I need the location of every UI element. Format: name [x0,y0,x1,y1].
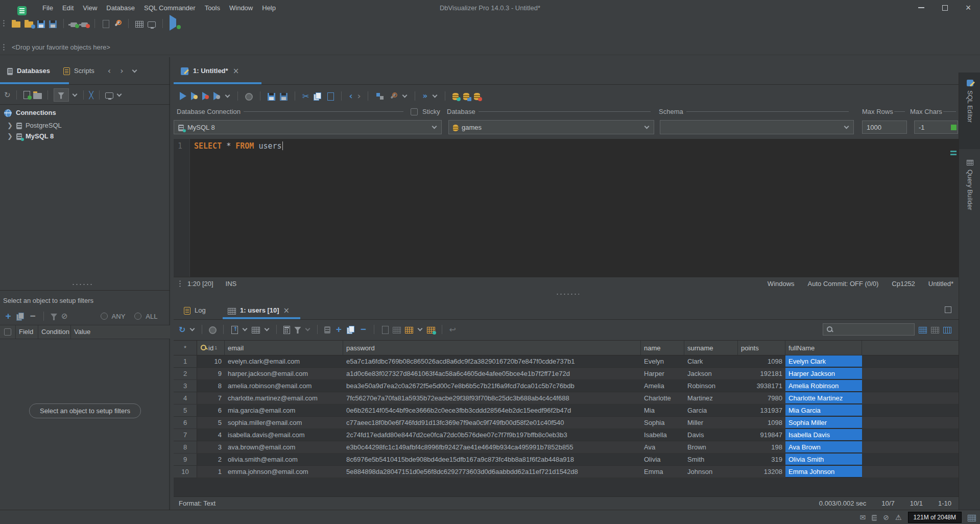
cell-rownum[interactable]: 10 [174,466,197,478]
cell-surname[interactable]: Martinez [684,392,738,404]
paste-icon[interactable] [327,92,334,101]
editor-settings-icon[interactable] [389,92,397,100]
cell-email[interactable]: sophia.miller@email.com [225,417,343,428]
menu-item[interactable]: Edit [58,2,78,14]
cell-password[interactable]: e3b0c44298fc1c149afbf4c8996fb92427ae41e4… [343,441,641,453]
cell-points[interactable]: 919847 [738,429,785,441]
cell-password[interactable]: 7fc56270e7a70fa81a5935b72eacbe29f38f93f7… [343,392,641,404]
cell-rownum[interactable]: 3 [174,380,197,392]
expand-chevron-icon[interactable]: ❯ [7,122,13,129]
header-rownum[interactable]: * [174,341,197,355]
menu-item[interactable]: Database [102,2,139,14]
cell-surname[interactable]: Clark [684,355,738,367]
cell-surname[interactable]: Garcia [684,404,738,416]
cell-email[interactable]: amelia.robinson@email.com [225,380,343,392]
table-row[interactable]: 2 9 harper.jackson@email.com a1d0c6e83f0… [174,368,959,380]
cell-fullname[interactable]: Emma Johnson [785,466,862,478]
cell-points[interactable]: 13208 [738,466,785,478]
cell-email[interactable]: ava.brown@email.com [225,441,343,453]
filter-enable-checkbox[interactable] [4,328,11,336]
tab-scroll-left-icon[interactable]: ‹ [108,66,111,76]
header-points[interactable]: points [738,341,785,355]
cell-email[interactable]: isabella.davis@email.com [225,429,343,441]
cell-id[interactable]: 2 [197,454,225,465]
export-chevron-icon[interactable] [243,326,248,331]
tree-item-mysql[interactable]: ❯ MySQL 8 [0,131,170,141]
cell-id[interactable]: 6 [197,404,225,416]
cell-password[interactable]: bea3e50a9d7ea2c0a2672f5e5d00c7e8b6b5c7b2… [343,380,641,392]
save-as-icon[interactable] [49,20,57,28]
rollback-icon[interactable] [474,93,480,100]
cell-rownum[interactable]: 6 [174,417,197,428]
filter-options-chevron-icon[interactable] [72,91,77,97]
status-item[interactable]: Cp1252 [892,280,915,288]
cell-id[interactable]: 10 [197,355,225,367]
cell-rownum[interactable]: 2 [174,368,197,379]
cell-points[interactable]: 1098 [738,355,785,367]
grid-search-input[interactable] [836,326,908,334]
cell-name[interactable]: Ava [641,441,684,453]
continue-execution-icon[interactable]: » [422,91,427,101]
cell-email[interactable]: harper.jackson@email.com [225,368,343,379]
add-favorite-icon[interactable] [170,19,179,28]
edit-table-chevron-icon[interactable] [418,326,423,331]
table-row[interactable]: 5 6 mia.garcia@email.com 0e6b26214f054c4… [174,404,959,417]
header-name[interactable]: name [641,341,684,355]
tab-scripts[interactable]: Scripts [57,57,101,84]
create-folder-icon[interactable] [33,93,42,99]
cell-id[interactable]: 8 [197,380,225,392]
table-row[interactable]: 1 10 evelyn.clark@email.com e5a7c1a6fdbc… [174,355,959,368]
tree-item-postgresql[interactable]: ❯ PostgreSQL [0,120,170,131]
script-icon[interactable] [103,20,109,28]
minimize-button[interactable] [910,0,933,15]
chart-mode-icon[interactable] [943,327,951,334]
commit-grid-icon[interactable] [427,327,435,334]
cell-fullname[interactable]: Harper Jackson [785,368,862,379]
cell-rownum[interactable]: 8 [174,441,197,453]
cell-email[interactable]: emma.johnson@email.com [225,466,343,478]
header-password[interactable]: password [343,341,641,355]
locate-object-icon[interactable] [105,92,113,99]
reload-icon[interactable]: ↻ [179,325,185,335]
grid-monitor-icon[interactable] [135,21,144,28]
maximize-panel-icon[interactable] [945,306,951,313]
cell-surname[interactable]: Johnson [684,466,738,478]
delete-row-icon[interactable]: − [359,325,367,334]
cell-password[interactable]: a1d0c6e83f027327d8461063f4ac58a6c4605de4… [343,368,641,379]
disconnect-icon[interactable] [81,22,88,27]
cell-email[interactable]: olivia.smith@email.com [225,454,343,465]
cell-password[interactable]: 2c74fd17edafd80e8447d2ce0fca72dc0b576dee… [343,429,641,441]
expand-chevron-icon[interactable]: ❯ [7,132,13,140]
header-fullname[interactable]: fullName [785,341,862,355]
match-all-radio[interactable] [134,313,141,320]
cell-points[interactable]: 1098 [738,417,785,428]
cell-surname[interactable]: Brown [684,441,738,453]
table-row[interactable]: 8 3 ava.brown@email.com e3b0c44298fc1c14… [174,441,959,454]
refresh-tree-icon[interactable]: ↻ [4,90,11,100]
tab-databases[interactable]: Databases [0,57,57,84]
menu-item[interactable]: Window [225,2,257,14]
remove-filter-icon[interactable]: − [29,312,37,320]
apply-filter-icon[interactable] [51,314,57,320]
execute-icon[interactable] [180,92,186,100]
cell-email[interactable]: evelyn.clark@email.com [225,355,343,367]
cell-password[interactable]: e5a7c1a6fdbc769b08c865026acd8a6dc9f2a382… [343,355,641,367]
open-file-icon[interactable] [12,21,20,28]
driver-manager-icon[interactable] [148,21,156,28]
left-splitter-handle[interactable] [71,283,92,285]
grid-filter-icon[interactable] [294,327,301,334]
cell-fullname[interactable]: Olivia Smith [785,454,862,465]
header-surname[interactable]: surname [684,341,738,355]
menu-item[interactable]: SQL Commander [139,2,200,14]
settings-chevron-icon[interactable] [402,93,408,98]
cell-password[interactable]: 0e6b26214f054c4bf9ce3666b2c0ece3fbb3cddd… [343,404,641,416]
cell-password[interactable]: 8c6976e5b5410415bde908bd4dee15dfb167a9c8… [343,454,641,465]
tool-properties-icon[interactable] [113,19,122,28]
duplicate-row-icon[interactable] [347,326,355,334]
database-select[interactable]: games [448,120,654,134]
grid-view-icon[interactable] [252,327,260,334]
cell-fullname[interactable]: Mia Garcia [785,404,862,416]
table-row[interactable]: 6 5 sophia.miller@email.com c77aeec18f0b… [174,417,959,429]
maximize-button[interactable] [933,0,957,15]
cell-surname[interactable]: Jackson [684,368,738,379]
